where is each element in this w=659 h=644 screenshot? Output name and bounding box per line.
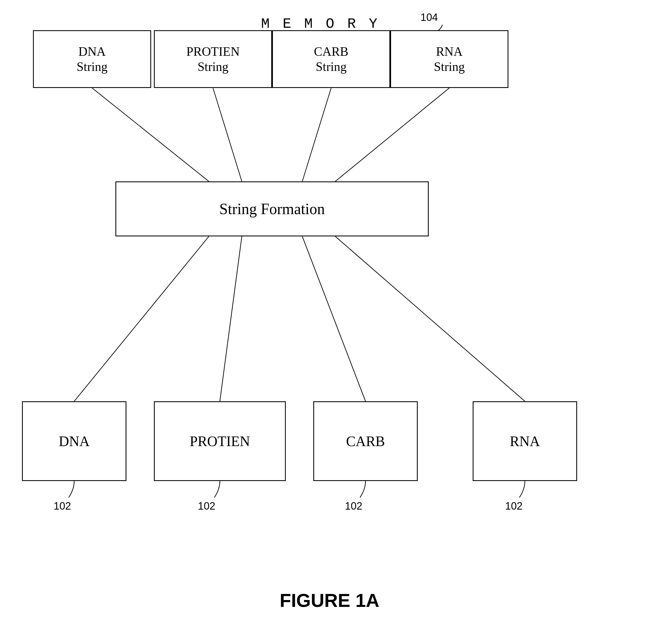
string-formation-box: String Formation: [115, 181, 429, 236]
figure-label: FIGURE 1A: [280, 590, 379, 611]
memory-rna-line2: String: [434, 59, 465, 74]
bottom-rna-label: RNA: [510, 433, 540, 450]
memory-label: M E M O R Y: [261, 16, 379, 32]
memory-box-dna: DNA String: [33, 30, 151, 88]
ref-102-protien: 102: [198, 500, 215, 512]
bottom-box-protien: PROTIEN: [154, 401, 286, 481]
svg-line-2: [302, 88, 331, 181]
diagram-svg: [0, 0, 659, 644]
bottom-carb-label: CARB: [346, 433, 385, 450]
bottom-box-rna: RNA: [473, 401, 577, 481]
svg-line-7: [335, 236, 525, 401]
memory-box-rna: RNA String: [390, 30, 509, 88]
memory-protien-line1: PROTIEN: [186, 44, 240, 59]
diagram-container: 104 DNA String PROTIEN String CARB Strin…: [0, 0, 659, 644]
memory-protien-line2: String: [197, 59, 228, 74]
svg-line-0: [92, 88, 209, 181]
memory-rna-line1: RNA: [436, 44, 463, 59]
svg-line-3: [335, 88, 449, 181]
string-formation-label: String Formation: [219, 200, 325, 218]
memory-dna-line2: String: [77, 59, 108, 74]
bottom-box-dna: DNA: [22, 401, 126, 481]
bottom-box-carb: CARB: [313, 401, 418, 481]
svg-line-6: [302, 236, 366, 401]
ref-104-label: 104: [421, 12, 438, 23]
bottom-dna-label: DNA: [59, 433, 90, 450]
ref-102-rna: 102: [505, 500, 522, 512]
bottom-protien-label: PROTIEN: [190, 433, 250, 450]
svg-line-4: [74, 236, 209, 401]
memory-box-carb: CARB String: [272, 30, 390, 88]
memory-box-protien: PROTIEN String: [154, 30, 272, 88]
memory-carb-line1: CARB: [314, 44, 348, 59]
memory-dna-line1: DNA: [78, 44, 106, 59]
svg-line-5: [220, 236, 242, 401]
ref-102-carb: 102: [345, 500, 362, 512]
memory-carb-line2: String: [316, 59, 347, 74]
ref-102-dna: 102: [53, 500, 71, 512]
svg-line-1: [213, 88, 242, 181]
